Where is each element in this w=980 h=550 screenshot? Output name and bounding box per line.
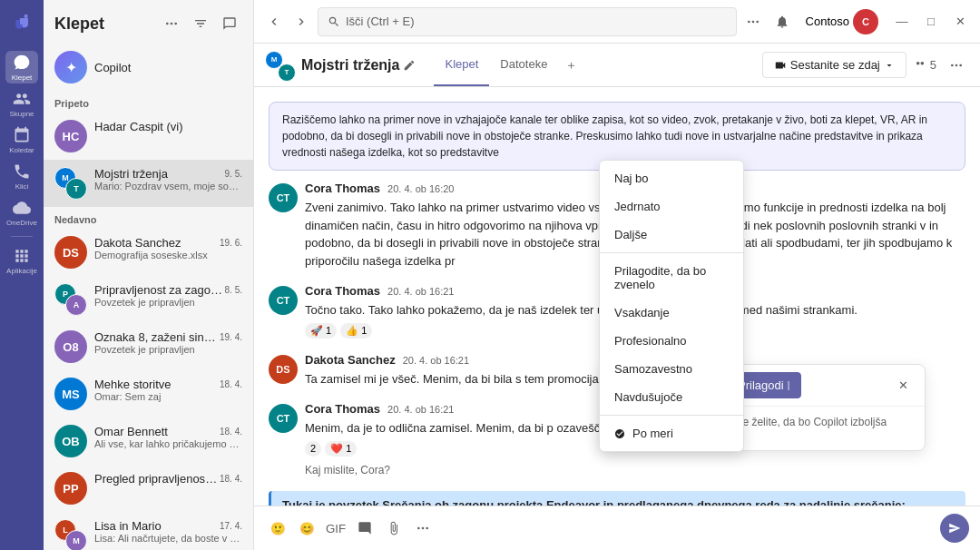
message-time: 20. 4. ob 16:20 — [387, 183, 454, 194]
message-sender: Cora Thomas — [305, 402, 380, 416]
summary-banner-text: Raziščemo lahko na primer nove in vzhaja… — [282, 113, 927, 159]
chat-info: Hadar Caspit (vi) — [94, 120, 242, 133]
sidebar-item-apps[interactable]: Aplikacije — [5, 244, 38, 277]
avatar: MS — [54, 378, 87, 410]
sticker-button[interactable] — [352, 516, 377, 541]
emoji-picker-button[interactable]: 😊 — [294, 516, 319, 541]
filter-button[interactable] — [188, 11, 213, 36]
list-item[interactable]: O8 Oznaka 8, zaženi sinhronizacijo 19. 4… — [44, 323, 253, 370]
list-item[interactable]: M T Mojstri trženja 9. 5. Mario: Pozdrav… — [44, 160, 253, 207]
chat-info: Omar Bennett 18. 4. Ali vse, kar lahko p… — [94, 425, 242, 449]
channel-avatar: M T — [265, 51, 294, 80]
minimize-button[interactable]: — — [889, 9, 915, 34]
chat-name: Mehke storitve — [94, 378, 172, 391]
reaction-2[interactable]: 2 — [305, 441, 321, 457]
svg-point-5 — [751, 20, 754, 23]
chat-name: Pregled pripravljenosti zagona proj... — [94, 472, 220, 486]
message-sender: Dakota Sanchez — [305, 353, 396, 367]
meet-now-button[interactable]: Sestanite se zdaj — [762, 52, 906, 78]
list-item[interactable]: HC Hadar Caspit (vi) — [44, 113, 253, 160]
more-actions-button[interactable] — [410, 516, 436, 541]
reaction-thumbsup[interactable]: 👍 1 — [340, 323, 372, 339]
attach-button[interactable] — [381, 516, 407, 541]
svg-point-2 — [171, 23, 173, 25]
list-item[interactable]: MS Mehke storitve 18. 4. Omar: Sem zaj — [44, 370, 253, 417]
sidebar-item-teams[interactable]: Skupne — [5, 87, 38, 120]
chat-list-header: Klepet — [44, 0, 253, 44]
gif-button[interactable]: GIF — [323, 516, 348, 541]
sidebar-item-calendar[interactable]: Koledar — [5, 123, 38, 156]
chat-header-right: Sestanite se zdaj 5 — [762, 52, 969, 78]
dropdown-item-jedrnato[interactable]: Jedrnato — [600, 192, 743, 221]
dropdown-item-samozavestno[interactable]: Samozavestno — [600, 355, 743, 383]
avatar: CT — [269, 183, 298, 212]
list-item[interactable]: DS Dakota Sanchez 19. 6. Demografija sos… — [44, 229, 253, 276]
new-chat-button[interactable] — [217, 11, 242, 36]
notifications-button[interactable] — [769, 9, 795, 34]
nav-buttons — [261, 9, 314, 34]
send-button[interactable] — [940, 514, 969, 543]
participants-count: 5 — [930, 58, 936, 72]
dropdown-item-prilagodite[interactable]: Prilagodite, da bo zvenelo — [600, 257, 743, 299]
dropdown-item-navdusujoco[interactable]: Navdušujoče — [600, 383, 743, 411]
maximize-button[interactable]: □ — [918, 9, 944, 34]
back-button[interactable] — [261, 9, 287, 34]
sidebar-item-calls[interactable]: Klici — [5, 160, 38, 192]
avatar: DS — [269, 355, 298, 384]
recent-section-label: Nedavno — [44, 207, 253, 229]
forward-button[interactable] — [289, 9, 314, 34]
avatar: HC — [54, 120, 87, 152]
input-actions: 🙂 😊 GIF — [265, 516, 436, 541]
selected-heading: Tukaj je povzetek Srečanja ob zagonu pro… — [282, 498, 955, 506]
sidebar-item-chat[interactable]: Klepet — [5, 51, 38, 83]
close-copilot-button[interactable]: ✕ — [892, 375, 914, 397]
search-placeholder: Išči (Ctrl + E) — [346, 15, 414, 28]
dropdown-item-daljse[interactable]: Daljše — [600, 221, 743, 249]
dropdown-item-naj-bo[interactable]: Naj bo — [600, 164, 743, 192]
teams-logo[interactable] — [5, 7, 38, 40]
tab-add-button[interactable]: ＋ — [558, 44, 584, 86]
chat-info: Dakota Sanchez 19. 6. Demografija sosesk… — [94, 236, 242, 260]
chat-name: Dakota Sanchez — [94, 236, 181, 250]
close-button[interactable]: ✕ — [947, 9, 973, 34]
tab-datoteke[interactable]: Datoteke — [489, 44, 558, 86]
dropdown-item-po-meri[interactable]: Po meri — [600, 419, 743, 447]
tab-klepet[interactable]: Klepet — [434, 44, 489, 86]
more-options-button[interactable] — [740, 9, 766, 34]
emoji-button[interactable]: 🙂 — [265, 516, 290, 541]
teams-nav-label: Skupne — [9, 110, 34, 118]
dropdown-item-profesionalno[interactable]: Profesionalno — [600, 327, 743, 355]
list-item[interactable]: OB Omar Bennett 18. 4. Ali vse, kar lahk… — [44, 417, 253, 465]
chat-date: 19. 4. — [220, 332, 242, 342]
account-button[interactable]: Contoso C — [799, 5, 886, 38]
copilot-question: Kaj mislite, Cora? — [305, 464, 965, 476]
chat-info: Mehke storitve 18. 4. Omar: Sem zaj — [94, 378, 242, 402]
chat-preview: Omar: Sem zaj — [94, 391, 242, 402]
avatar: C — [853, 9, 878, 34]
chat-list-more-button[interactable] — [159, 11, 184, 36]
pinned-section-label: Pripeto — [44, 91, 253, 113]
reaction-rocket[interactable]: 🚀 1 — [305, 323, 337, 339]
chat-name: Omar Bennett — [94, 425, 168, 438]
channel-title: Mojstri trženja — [301, 57, 416, 74]
chat-info: Pregled pripravljenosti zagona proj... 1… — [94, 472, 242, 486]
copilot-item[interactable]: ✦ Copilot — [44, 44, 253, 91]
sidebar-item-onedrive[interactable]: OneDrive — [5, 196, 38, 229]
list-item[interactable]: L M Lisa in Mario 17. 4. Lisa: Ali načrt… — [44, 512, 253, 550]
chat-name: Mojstri trženja — [94, 167, 168, 181]
participants-button[interactable]: 5 — [914, 58, 936, 72]
channel-name: Mojstri trženja — [301, 57, 399, 74]
list-item[interactable]: P A Pripravljenost za zagon projekta Ava… — [44, 276, 253, 323]
reaction-heart[interactable]: ❤️ 1 — [325, 441, 357, 457]
chat-list-title: Klepet — [54, 15, 152, 34]
chat-more-button[interactable] — [944, 53, 969, 78]
selected-content: Tukaj je povzetek Srečanja ob zagonu pro… — [269, 491, 965, 506]
message-time: 20. 4. ob 16:21 — [387, 286, 454, 297]
search-box[interactable]: Išči (Ctrl + E) — [318, 7, 737, 36]
chat-name: Oznaka 8, zaženi sinhronizacijo — [94, 330, 220, 344]
messages-area[interactable]: Raziščemo lahko na primer nove in vzhaja… — [254, 87, 980, 506]
chat-date: 8. 5. — [225, 285, 242, 295]
account-label: Contoso — [806, 15, 849, 28]
dropdown-item-vsakdanje[interactable]: Vsakdanje — [600, 299, 743, 327]
list-item[interactable]: PP Pregled pripravljenosti zagona proj..… — [44, 465, 253, 512]
